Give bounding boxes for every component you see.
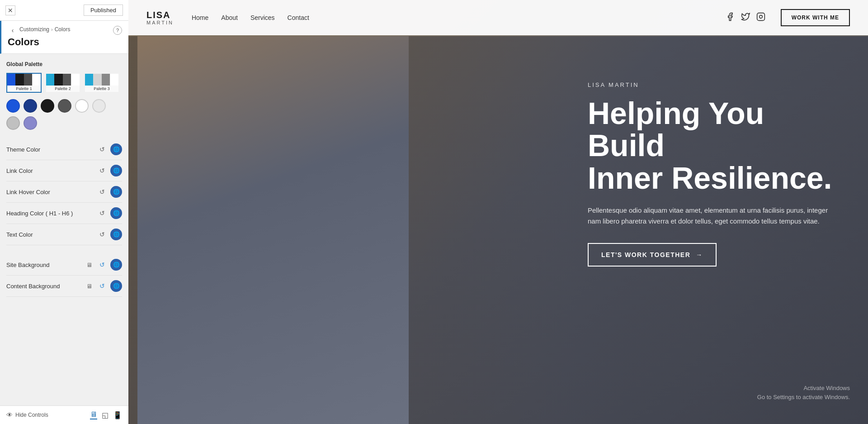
site-bg-label: Site Background: [6, 262, 84, 268]
mobile-view-button[interactable]: 📱: [113, 410, 122, 419]
color-circles: [6, 99, 122, 130]
content-bg-globe-icon: 🌐: [113, 283, 120, 289]
bottom-bar: 👁 Hide Controls 🖥 ◱ 📱: [0, 405, 128, 424]
link-globe-icon: 🌐: [113, 167, 120, 174]
color-circle-2[interactable]: [24, 99, 37, 113]
color-circle-4[interactable]: [58, 99, 71, 113]
instagram-icon[interactable]: [756, 12, 765, 24]
svg-rect-0: [757, 13, 764, 20]
site-nav: LISA MARTIN Home About Services Contact …: [128, 0, 868, 35]
back-button[interactable]: ‹: [8, 25, 18, 35]
palette-grid: Palette 1 Palette 2: [6, 73, 122, 93]
activate-title: Activate Windows: [757, 384, 850, 393]
palette-1-label: Palette 1: [7, 86, 41, 92]
nav-links: Home About Services Contact: [192, 14, 309, 21]
color-circle-3[interactable]: [41, 99, 54, 113]
person-image: [137, 36, 409, 424]
nav-about[interactable]: About: [221, 14, 238, 21]
site-bg-row: Site Background 🖥 ↺ 🌐: [6, 254, 122, 276]
theme-color-label: Theme Color: [6, 146, 97, 153]
nav-home[interactable]: Home: [192, 14, 208, 21]
heading-reset-btn[interactable]: ↺: [97, 208, 108, 219]
link-hover-color-label: Link Hover Color: [6, 189, 97, 195]
text-globe-btn[interactable]: 🌐: [110, 229, 122, 240]
nav-social: WORK WITH ME: [726, 9, 850, 26]
text-reset-btn[interactable]: ↺: [97, 229, 108, 240]
logo-sub: MARTIN: [146, 20, 174, 25]
color-circle-1[interactable]: [6, 99, 20, 113]
palette-1[interactable]: Palette 1: [6, 73, 42, 93]
content-bg-row: Content Background 🖥 ↺ 🌐: [6, 276, 122, 297]
hide-controls-button[interactable]: 👁 Hide Controls: [6, 411, 48, 419]
hero-heading: Helping You Build Inner Resilience.: [588, 97, 841, 194]
content-bg-reset-btn[interactable]: ↺: [97, 281, 108, 291]
theme-globe-btn[interactable]: 🌐: [110, 143, 122, 155]
activate-body: Go to Settings to activate Windows.: [757, 393, 850, 402]
site-bg-reset-btn[interactable]: ↺: [97, 259, 108, 270]
activate-watermark: Activate Windows Go to Settings to activ…: [757, 384, 850, 401]
hero-divider: [128, 35, 868, 36]
heading-color-label: Heading Color ( H1 - H6 ): [6, 210, 97, 217]
content-bg-label: Content Background: [6, 283, 84, 290]
color-circle-6[interactable]: [92, 99, 106, 113]
preview-area: LISA MARTIN Home About Services Contact …: [128, 0, 868, 424]
twitter-icon[interactable]: [741, 12, 750, 24]
panel-content: Global Palette Palette 1: [0, 54, 128, 405]
help-button[interactable]: ?: [113, 26, 122, 35]
color-circle-7[interactable]: [6, 116, 20, 130]
link-reset-btn[interactable]: ↺: [97, 165, 108, 176]
hero-cta-label: LET'S WORK TOGETHER: [601, 251, 690, 258]
hero-content: LISA MARTIN Helping You Build Inner Resi…: [588, 81, 841, 267]
link-hover-color-row: Link Hover Color ↺ 🌐: [6, 181, 122, 203]
palette-2[interactable]: Palette 2: [45, 73, 80, 93]
customizer-panel: ✕ Published ‹ Customizing › Colors ? Col…: [0, 0, 128, 424]
link-hover-globe-icon: 🌐: [113, 189, 120, 195]
link-globe-btn[interactable]: 🌐: [110, 165, 122, 176]
tablet-view-button[interactable]: ◱: [102, 410, 108, 419]
eye-icon: 👁: [6, 411, 13, 419]
breadcrumb-arrow: ›: [51, 27, 53, 32]
heading-globe-icon: 🌐: [113, 210, 120, 216]
top-bar: ✕ Published: [0, 0, 128, 21]
heading-globe-btn[interactable]: 🌐: [110, 207, 122, 219]
link-color-label: Link Color: [6, 167, 97, 174]
text-color-row: Text Color ↺ 🌐: [6, 224, 122, 245]
theme-globe-icon: 🌐: [113, 146, 120, 152]
facebook-icon[interactable]: [726, 12, 735, 24]
color-settings: Theme Color ↺ 🌐 Link Color ↺ 🌐: [6, 139, 122, 245]
link-hover-reset-btn[interactable]: ↺: [97, 186, 108, 197]
breadcrumb: Customizing › Colors: [19, 26, 70, 33]
arrow-icon: →: [696, 251, 703, 258]
site-logo: LISA MARTIN: [146, 10, 174, 25]
site-bg-monitor-btn[interactable]: 🖥: [84, 260, 94, 270]
hero-body: Pellentesque odio aliquam vitae amet, el…: [588, 205, 841, 227]
nav-services[interactable]: Services: [250, 14, 275, 21]
desktop-view-button[interactable]: 🖥: [90, 410, 97, 419]
text-globe-icon: 🌐: [113, 231, 120, 238]
panel-title: Colors: [8, 36, 122, 48]
palette-3-label: Palette 3: [85, 86, 118, 92]
content-bg-globe-btn[interactable]: 🌐: [110, 280, 122, 292]
hero-person-name: LISA MARTIN: [588, 81, 841, 88]
close-button[interactable]: ✕: [5, 5, 15, 15]
panel-header: ‹ Customizing › Colors ? Colors: [0, 21, 128, 54]
global-palette-label: Global Palette: [6, 61, 122, 67]
content-bg-monitor-btn[interactable]: 🖥: [84, 281, 94, 291]
site-bg-globe-btn[interactable]: 🌐: [110, 259, 122, 271]
color-circle-8[interactable]: [24, 116, 37, 130]
color-circle-5[interactable]: [75, 99, 89, 113]
palette-3[interactable]: Palette 3: [84, 73, 119, 93]
link-hover-globe-btn[interactable]: 🌐: [110, 186, 122, 198]
palette-2-label: Palette 2: [46, 86, 80, 92]
hero-cta-button[interactable]: LET'S WORK TOGETHER →: [588, 243, 717, 267]
site-bg-globe-icon: 🌐: [113, 262, 120, 268]
nav-cta-button[interactable]: WORK WITH ME: [781, 9, 850, 26]
theme-reset-btn[interactable]: ↺: [97, 144, 108, 155]
nav-contact[interactable]: Contact: [288, 14, 309, 21]
logo-name: LISA: [146, 10, 174, 20]
theme-color-row: Theme Color ↺ 🌐: [6, 139, 122, 160]
background-settings: Site Background 🖥 ↺ 🌐 Content Background…: [6, 254, 122, 297]
text-color-label: Text Color: [6, 231, 97, 238]
published-button[interactable]: Published: [84, 5, 123, 16]
link-color-row: Link Color ↺ 🌐: [6, 160, 122, 181]
